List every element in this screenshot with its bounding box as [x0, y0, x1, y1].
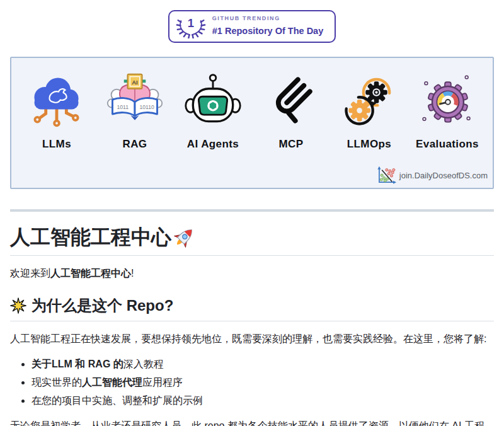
- gear-gauge-icon: [417, 71, 478, 131]
- bullet-bold: 关于LLM 和 RAG 的: [32, 359, 123, 369]
- list-item: 现实世界的人工智能代理应用程序: [32, 375, 494, 390]
- banner-item-rag: AI 1011 10110 RAG: [96, 71, 174, 153]
- mcp-logo-icon: [261, 71, 321, 131]
- banner-item-llmops: LLMOps: [330, 71, 408, 153]
- hero-banner-image: LLMs AI 1: [10, 57, 494, 189]
- welcome-post: !: [131, 268, 134, 279]
- banner-label-ai-agents: AI Agents: [187, 136, 239, 153]
- binary-left-text: 1011: [117, 104, 129, 110]
- robot-screen: [198, 96, 227, 115]
- divider: [10, 209, 494, 212]
- section-title-why-this-repo: 为什么是这个 Repo?: [10, 296, 494, 321]
- book-brain-ai-chip-icon: AI 1011 10110: [105, 71, 165, 131]
- welcome-paragraph: 欢迎来到人工智能工程中心!: [10, 266, 494, 281]
- outro-paragraph: 无论您是初学者、从业者还是研究人员，此 repo 都为各个技能水平的人员提供了资…: [10, 418, 494, 426]
- bullet-post: 应用程序: [142, 377, 183, 388]
- badge-title: #1 Repository Of The Day: [212, 25, 323, 38]
- welcome-bold: 人工智能工程中心: [50, 268, 131, 279]
- banner-item-mcp: MCP: [252, 71, 330, 153]
- bullet-post: 深入教程: [123, 359, 164, 369]
- banner-item-llms: LLMs: [18, 71, 96, 153]
- list-item: 在您的项目中实施、调整和扩展的示例: [32, 393, 494, 408]
- scatter-plot-icon: [375, 166, 397, 186]
- banner-item-evaluations: Evaluations: [408, 71, 486, 153]
- banner-label-llmops: LLMOps: [347, 136, 391, 153]
- binary-right-text: 10110: [140, 104, 155, 110]
- section-title-text: 为什么是这个 Repo?: [32, 296, 173, 315]
- bullet-pre: 在您的项目中实施、调整和扩展的示例: [32, 395, 203, 406]
- ai-chip-text: AI: [132, 79, 138, 86]
- banner-label-llms: LLMs: [42, 136, 71, 153]
- rocket-icon: [174, 226, 195, 248]
- laurel-rank-icon: 1: [176, 14, 206, 39]
- robot-openai-icon: [183, 71, 243, 131]
- github-trending-badge[interactable]: 1 GITHUB TRENDING #1 Repository Of The D…: [168, 10, 336, 43]
- badge-row: 1 GITHUB TRENDING #1 Repository Of The D…: [10, 0, 494, 43]
- banner-icons-row: LLMs AI 1: [11, 58, 493, 153]
- welcome-pre: 欢迎来到: [10, 268, 50, 279]
- cloud-whale-circuit-icon: [26, 71, 87, 131]
- gears-cycle-icon: [339, 71, 399, 131]
- readme-page: 1 GITHUB TRENDING #1 Repository Of The D…: [0, 0, 504, 426]
- orange-gear-glyph: [348, 100, 370, 122]
- badge-eyebrow: GITHUB TRENDING: [212, 14, 323, 23]
- banner-label-evaluations: Evaluations: [416, 136, 479, 153]
- watermark: join.DailyDoseofDS.com: [375, 166, 488, 186]
- feature-list: 关于LLM 和 RAG 的深入教程 现实世界的人工智能代理应用程序 在您的项目中…: [10, 357, 494, 408]
- badge-rank: 1: [188, 16, 194, 30]
- banner-label-rag: RAG: [123, 136, 147, 153]
- intro-paragraph: 人工智能工程正在快速发展，要想保持领先地位，既需要深刻的理解，也需要实践经验。在…: [10, 331, 494, 347]
- bullet-pre: 现实世界的: [32, 377, 82, 388]
- watermark-text: join.DailyDoseofDS.com: [399, 170, 488, 182]
- list-item: 关于LLM 和 RAG 的深入教程: [32, 357, 494, 372]
- page-title-text: 人工智能工程中心: [10, 224, 171, 250]
- banner-item-ai-agents: AI Agents: [174, 71, 252, 153]
- bullet-bold: 人工智能代理: [82, 377, 142, 388]
- glowing-star-icon: [10, 297, 26, 314]
- banner-label-mcp: MCP: [279, 136, 304, 153]
- badge-text: GITHUB TRENDING #1 Repository Of The Day: [212, 14, 323, 38]
- page-title: 人工智能工程中心: [10, 224, 494, 256]
